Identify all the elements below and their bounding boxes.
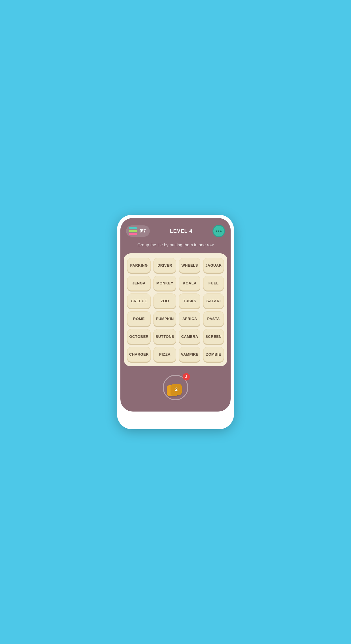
tile-rome[interactable]: ROME [127,311,151,326]
menu-button[interactable] [213,225,225,237]
score-display: 0\7 [140,229,146,234]
tile-driver[interactable]: DRIVER [153,258,176,273]
tile-charger[interactable]: CHARGER [127,347,151,362]
tile-vampire[interactable]: VAMPIRE [179,347,200,362]
menu-dots-icon [216,230,222,232]
badge-count: 3 [183,373,190,380]
level-title: LEVEL 4 [170,228,192,234]
tile-fuel[interactable]: FUEL [203,276,224,291]
tile-grid: PARKINGDRIVERWHEELSJAGUARJENGAMONKEYKOAL… [124,253,227,366]
tile-october[interactable]: OCTOBER [127,329,151,344]
tile-pizza[interactable]: PIZZA [153,347,176,362]
tile-zombie[interactable]: ZOMBIE [203,347,224,362]
counter-widget: 1 2 3 [163,375,188,400]
tile-jenga[interactable]: JENGA [127,276,151,291]
phone-inner: 0\7 LEVEL 4 Group the tile by putting th… [120,218,231,412]
tile-wheels[interactable]: WHEELS [179,258,200,273]
tile-pasta[interactable]: PASTA [203,311,224,326]
tile-koala[interactable]: KOALA [179,276,200,291]
layers-icon [128,227,137,235]
phone-frame: 0\7 LEVEL 4 Group the tile by putting th… [117,215,234,429]
tile-camera[interactable]: CAMERA [179,329,200,344]
tile-tusks[interactable]: TUSKS [179,293,200,308]
instruction-text: Group the tile by putting them in one ro… [120,242,231,253]
score-badge: 0\7 [126,225,150,237]
tile-safari[interactable]: SAFARI [203,293,224,308]
tile-greece[interactable]: GREECE [127,293,151,308]
tile-zoo[interactable]: ZOO [153,293,176,308]
tile-jaguar[interactable]: JAGUAR [203,258,224,273]
tiles-stack: 1 2 [167,379,184,396]
layer-1 [129,227,137,229]
tile-buttons[interactable]: BUTTONS [153,329,176,344]
tile-monkey[interactable]: MONKEY [153,276,176,291]
header: 0\7 LEVEL 4 [120,218,231,242]
tile-screen[interactable]: SCREEN [203,329,224,344]
layer-3 [129,233,137,235]
tile-parking[interactable]: PARKING [127,258,151,273]
mini-tile-2: 2 [171,384,182,395]
tile-africa[interactable]: AFRICA [179,311,200,326]
bottom-section: 1 2 3 [120,366,231,412]
tile-pumpkin[interactable]: PUMPKIN [153,311,176,326]
layer-2 [129,230,137,232]
